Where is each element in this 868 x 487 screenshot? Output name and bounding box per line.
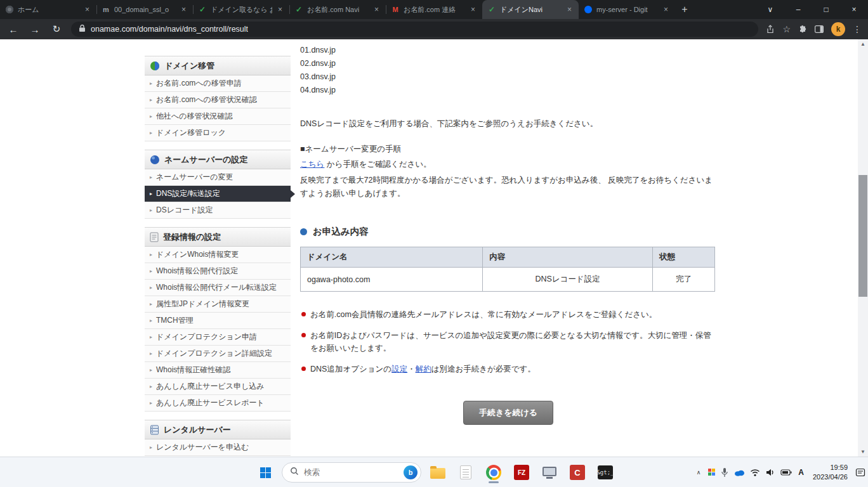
sidebar-item-label: お名前.comへの移管状況確認 <box>156 94 257 105</box>
scroll-up-icon[interactable]: ▲ <box>858 39 868 49</box>
sidebar-item-anshin-report[interactable]: ▸ あんしん廃止サービスレポート <box>145 395 291 412</box>
section-title-text: お申込み内容 <box>313 226 369 238</box>
clock-time: 19:59 <box>813 463 848 472</box>
wifi-icon[interactable] <box>750 468 760 477</box>
share-icon[interactable] <box>766 25 775 34</box>
side-panel-icon[interactable] <box>815 25 824 33</box>
tab-close-icon[interactable]: × <box>180 5 188 14</box>
notice-item: お名前.com会員情報の連絡先メールアドレスは、常に有効なメールアドレスをご登録… <box>300 308 716 321</box>
sidebar-item-label: DSレコード設定 <box>156 205 213 216</box>
bullet-icon: ▸ <box>150 334 152 340</box>
profile-avatar[interactable]: k <box>831 22 845 36</box>
sidebar-item-anshin-apply[interactable]: ▸ あんしん廃止サービス申し込み <box>145 379 291 395</box>
tab-onamae-top[interactable]: ✓ ドメイン取るなら お × <box>193 0 289 19</box>
tab-close-icon[interactable]: × <box>565 5 574 14</box>
window-close-button[interactable]: × <box>840 0 868 19</box>
notice-list: お名前.com会員情報の連絡先メールアドレスは、常に有効なメールアドレスをご登録… <box>300 308 716 375</box>
scroll-down-icon[interactable]: ▼ <box>858 447 868 457</box>
sidebar-item-dns-settings-active[interactable]: ▸ DNS設定/転送設定 <box>145 186 291 202</box>
terminal-button[interactable]: &gt;_ <box>594 461 617 484</box>
sidebar-item-transfer-lock[interactable]: ▸ ドメイン移管ロック <box>145 125 291 141</box>
sidebar-item-whois-change[interactable]: ▸ ドメインWhois情報変更 <box>145 247 291 263</box>
tab-close-icon[interactable]: × <box>372 5 381 14</box>
file-explorer-button[interactable] <box>426 461 449 484</box>
main-content: 01.dnsv.jp 02.dnsv.jp 03.dnsv.jp 04.dnsv… <box>300 39 716 425</box>
sidebar-item-transfer-apply[interactable]: ▸ お名前.comへの移管申請 <box>145 75 291 92</box>
sidebar-item-tmch[interactable]: ▸ TMCH管理 <box>145 313 291 329</box>
sidebar-item-nameserver-change[interactable]: ▸ ネームサーバーの変更 <box>145 169 291 186</box>
continue-button[interactable]: 手続きを続ける <box>463 401 553 425</box>
extensions-puzzle-icon[interactable] <box>798 25 807 34</box>
taskbar-search-input[interactable] <box>304 468 398 477</box>
sidebar-item-ds-record[interactable]: ▸ DSレコード設定 <box>145 202 291 219</box>
kochira-link[interactable]: こちら <box>300 160 324 169</box>
sidebar-item-whois-proxy[interactable]: ▸ Whois情報公開代行設定 <box>145 263 291 280</box>
browser-window: ホーム × m 00_domain_ssl_o × ✓ ドメイン取るなら お ×… <box>0 0 868 487</box>
tab-close-icon[interactable]: × <box>469 5 477 14</box>
sidebar-item-label: ネームサーバーの変更 <box>156 172 233 183</box>
maximize-button[interactable]: □ <box>812 0 840 19</box>
sidebar-item-label: Whois情報正確性確認 <box>156 365 230 375</box>
table-row: ogawa-photo.com DNSレコード設定 完了 <box>301 268 715 292</box>
volume-icon[interactable] <box>765 468 775 477</box>
sidebar-item-transfer-status-in[interactable]: ▸ お名前.comへの移管状況確認 <box>145 92 291 108</box>
cloud-icon[interactable] <box>733 469 745 476</box>
bing-icon[interactable]: b <box>404 465 418 479</box>
sidebar-item-whois-accuracy[interactable]: ▸ Whois情報正確性確認 <box>145 362 291 379</box>
new-tab-button[interactable]: + <box>675 0 694 19</box>
start-button[interactable] <box>254 461 277 484</box>
ime-indicator[interactable]: A <box>797 468 805 477</box>
tab-gmail[interactable]: M お名前.com 連絡 × <box>386 0 482 19</box>
tab-domain-ssl[interactable]: m 00_domain_ssl_o × <box>96 0 193 19</box>
tab-home[interactable]: ホーム × <box>0 0 96 19</box>
sidebar-item-protection-apply[interactable]: ▸ ドメインプロテクション申請 <box>145 329 291 346</box>
notification-center-icon[interactable] <box>855 467 865 477</box>
sidebar-item-label: 属性型JPドメイン情報変更 <box>156 299 249 309</box>
text-editor-button[interactable] <box>454 461 477 484</box>
navi-sidebar: ドメイン移管 ▸ お名前.comへの移管申請 ▸ お名前.comへの移管状況確認… <box>145 56 291 457</box>
bullet-icon: ▸ <box>150 130 152 136</box>
back-button[interactable]: ← <box>6 24 20 35</box>
sidebar-item-label: あんしん廃止サービス申し込み <box>156 381 265 392</box>
tab-onamae-navi[interactable]: ✓ お名前.com Navi × <box>289 0 386 19</box>
tray-app-grid-icon[interactable] <box>708 469 716 476</box>
remote-desktop-button[interactable] <box>538 461 561 484</box>
dns-option-settings-link[interactable]: 設定 <box>391 365 407 373</box>
sidebar-item-whois-mail-forward[interactable]: ▸ Whois情報公開代行メール転送設定 <box>145 280 291 296</box>
reload-button[interactable]: ↻ <box>49 23 63 35</box>
sidebar-item-transfer-status-out[interactable]: ▸ 他社への移管状況確認 <box>145 108 291 125</box>
tab-digitalocean[interactable]: my-server - Digit × <box>579 0 675 19</box>
tab-close-icon[interactable]: × <box>276 5 284 14</box>
tray-expand-icon[interactable]: ∧ <box>694 469 704 476</box>
registration-info-icon <box>150 232 159 242</box>
dns-option-cancel-link[interactable]: 解約 <box>416 365 431 373</box>
c-app-button[interactable]: C <box>566 461 589 484</box>
bookmark-star-icon[interactable]: ☆ <box>782 24 791 34</box>
minimize-button[interactable]: – <box>784 0 812 19</box>
rental-server-icon <box>150 425 159 435</box>
scrollbar-thumb[interactable] <box>858 175 867 297</box>
filezilla-button[interactable]: FZ <box>510 461 533 484</box>
battery-icon[interactable] <box>780 469 792 476</box>
microphone-icon[interactable] <box>721 467 728 477</box>
tab-close-icon[interactable]: × <box>662 5 670 14</box>
chrome-button[interactable] <box>482 461 505 484</box>
tab-search-icon[interactable]: ∨ <box>756 0 784 19</box>
address-bar[interactable]: onamae.com/domain/navi/dns_controll/resu… <box>71 22 758 37</box>
dns-guide-text: DNSレコード設定をご利用する場合、下記案内をご参照のうえお手続きください。 <box>300 119 716 129</box>
tab-domain-navi-active[interactable]: ✓ ドメインNavi × <box>482 0 579 19</box>
tab-close-icon[interactable]: × <box>83 5 91 14</box>
vertical-scrollbar[interactable]: ▲ ▼ <box>858 39 868 457</box>
bullet-icon: ▸ <box>150 318 152 323</box>
remote-desktop-icon <box>542 467 556 476</box>
filezilla-icon: FZ <box>514 465 529 480</box>
sidebar-item-jp-domain-info[interactable]: ▸ 属性型JPドメイン情報変更 <box>145 296 291 313</box>
taskbar-clock[interactable]: 19:59 2023/04/26 <box>813 463 848 482</box>
sidebar-item-rental-apply[interactable]: ▸ レンタルサーバーを申込む <box>145 439 291 456</box>
tab-title: my-server - Digit <box>596 6 658 13</box>
sidebar-item-protection-detail[interactable]: ▸ ドメインプロテクション詳細設定 <box>145 346 291 362</box>
browser-menu-icon[interactable]: ⋮ <box>853 24 862 34</box>
taskbar-search[interactable]: b <box>282 462 421 483</box>
forward-button[interactable]: → <box>28 24 42 35</box>
sidebar-item-label: TMCH管理 <box>156 315 194 326</box>
